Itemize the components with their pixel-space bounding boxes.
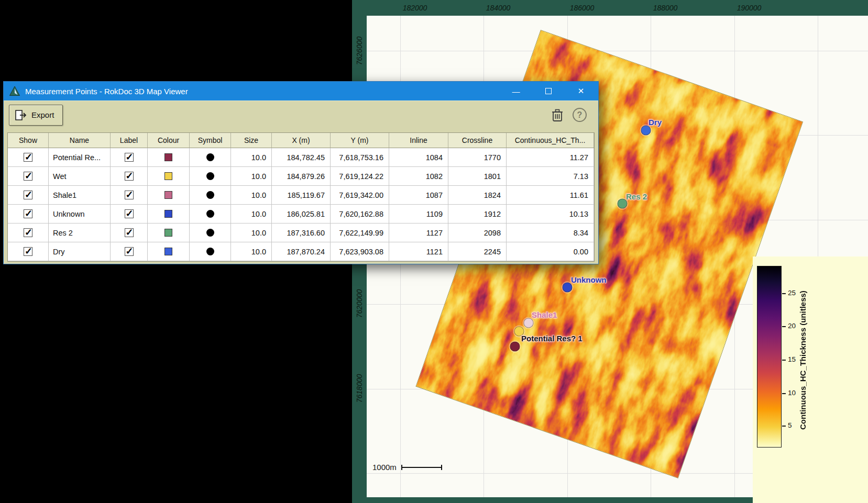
table-cell-y[interactable]: 7,622,149.99	[331, 223, 389, 242]
table-cell-hc-thickness[interactable]: 10.13	[507, 205, 594, 223]
colour-swatch[interactable]	[164, 229, 172, 237]
column-header-x: X (m)	[272, 133, 331, 148]
table-cell-y[interactable]: 7,618,753.16	[331, 148, 389, 167]
map-marker-dry[interactable]	[641, 126, 651, 136]
table-cell-inline[interactable]: 1087	[389, 186, 448, 205]
table-cell-colour	[148, 223, 190, 242]
table-cell-name[interactable]: Res 2	[49, 223, 111, 242]
delete-button[interactable]	[551, 108, 564, 122]
help-button[interactable]: ?	[573, 108, 587, 122]
label-checkbox[interactable]	[125, 172, 134, 181]
table-cell-symbol	[190, 205, 231, 223]
show-checkbox[interactable]	[24, 247, 32, 256]
table-cell-hc-thickness[interactable]: 11.27	[507, 148, 594, 167]
maximize-button[interactable]	[532, 82, 565, 100]
table-cell-size[interactable]: 10.0	[231, 186, 272, 205]
symbol-dot[interactable]	[206, 172, 214, 180]
table-cell-x[interactable]: 185,119.67	[272, 186, 331, 205]
table-cell-name[interactable]: Wet	[49, 167, 111, 186]
table-cell-size[interactable]: 10.0	[231, 167, 272, 186]
colorbar-tick	[782, 326, 786, 327]
table-cell-crossline[interactable]: 1824	[448, 186, 507, 205]
table-cell-crossline[interactable]: 2245	[448, 242, 507, 261]
symbol-dot[interactable]	[206, 153, 214, 161]
colour-swatch[interactable]	[164, 248, 172, 255]
label-checkbox[interactable]	[125, 247, 134, 256]
label-checkbox[interactable]	[125, 228, 134, 237]
table-cell-x[interactable]: 184,782.45	[272, 148, 331, 167]
minimize-button[interactable]: —	[500, 82, 532, 100]
show-checkbox[interactable]	[24, 191, 32, 199]
table-cell-y[interactable]: 7,623,903.08	[331, 242, 389, 261]
label-checkbox[interactable]	[125, 191, 134, 199]
export-button[interactable]: Export	[9, 105, 63, 126]
column-header-symbol: Symbol	[190, 133, 231, 148]
colorbar-tick	[782, 360, 786, 361]
map-marker-potential-res[interactable]	[510, 342, 520, 352]
table-cell-name[interactable]: Unknown	[49, 205, 111, 223]
map-marker-label: Potential Res? 1	[521, 334, 583, 343]
table-cell-show	[8, 242, 49, 261]
table-cell-x[interactable]: 187,870.24	[272, 242, 331, 261]
y-axis-label: 7620000	[355, 289, 364, 318]
table-cell-y[interactable]: 7,619,342.00	[331, 186, 389, 205]
label-checkbox[interactable]	[125, 209, 134, 218]
map-marker-label: Unknown	[571, 275, 607, 284]
table-cell-inline[interactable]: 1121	[389, 242, 448, 261]
close-button[interactable]: ✕	[565, 82, 597, 100]
map-marker-label: Res 2	[626, 192, 647, 201]
map-scale-bar: 1000m	[372, 463, 442, 472]
table-cell-inline[interactable]: 1084	[389, 148, 448, 167]
table-cell-y[interactable]: 7,619,124.22	[331, 167, 389, 186]
table-cell-size[interactable]: 10.0	[231, 148, 272, 167]
column-header-hc-thickness: Continuous_HC_Th...	[507, 133, 594, 148]
symbol-dot[interactable]	[206, 248, 214, 255]
x-axis-label: 190000	[737, 4, 762, 12]
table-cell-hc-thickness[interactable]: 8.34	[507, 223, 594, 242]
table-cell-crossline[interactable]: 2098	[448, 223, 507, 242]
table-cell-name[interactable]: Shale1	[49, 186, 111, 205]
symbol-dot[interactable]	[206, 229, 214, 237]
table-cell-inline[interactable]: 1127	[389, 223, 448, 242]
measurement-points-dialog: Measurement Points - RokDoc 3D Map Viewe…	[3, 81, 599, 264]
table-cell-size[interactable]: 10.0	[231, 205, 272, 223]
label-checkbox[interactable]	[125, 153, 134, 162]
table-cell-inline[interactable]: 1082	[389, 167, 448, 186]
table-cell-show	[8, 186, 49, 205]
export-button-label: Export	[31, 110, 54, 119]
table-cell-hc-thickness[interactable]: 11.61	[507, 186, 594, 205]
colorbar-tick-label: 15	[788, 355, 796, 363]
colour-swatch[interactable]	[164, 210, 172, 218]
table-cell-name[interactable]: Potential Re...	[49, 148, 111, 167]
table-cell-hc-thickness[interactable]: 7.13	[507, 167, 594, 186]
colour-swatch[interactable]	[164, 191, 172, 199]
show-checkbox[interactable]	[24, 228, 32, 237]
colour-swatch[interactable]	[164, 172, 172, 180]
scale-label: 1000m	[372, 463, 397, 472]
table-cell-inline[interactable]: 1109	[389, 205, 448, 223]
table-cell-label	[111, 242, 148, 261]
table-cell-symbol	[190, 148, 231, 167]
show-checkbox[interactable]	[24, 172, 32, 181]
table-cell-size[interactable]: 10.0	[231, 223, 272, 242]
table-cell-crossline[interactable]: 1770	[448, 148, 507, 167]
table-cell-x[interactable]: 186,025.81	[272, 205, 331, 223]
table-cell-crossline[interactable]: 1912	[448, 205, 507, 223]
table-cell-y[interactable]: 7,620,162.88	[331, 205, 389, 223]
symbol-dot[interactable]	[206, 191, 214, 199]
show-checkbox[interactable]	[24, 209, 32, 218]
table-cell-symbol	[190, 186, 231, 205]
table-cell-colour	[148, 148, 190, 167]
show-checkbox[interactable]	[24, 153, 32, 162]
dialog-titlebar[interactable]: Measurement Points - RokDoc 3D Map Viewe…	[4, 82, 598, 100]
table-cell-crossline[interactable]: 1801	[448, 167, 507, 186]
table-cell-hc-thickness[interactable]: 0.00	[507, 242, 594, 261]
table-cell-show	[8, 205, 49, 223]
symbol-dot[interactable]	[206, 210, 214, 218]
table-cell-name[interactable]: Dry	[49, 242, 111, 261]
map-marker-shale1[interactable]	[524, 318, 534, 328]
table-cell-size[interactable]: 10.0	[231, 242, 272, 261]
colour-swatch[interactable]	[164, 153, 172, 161]
table-cell-x[interactable]: 187,316.60	[272, 223, 331, 242]
table-cell-x[interactable]: 184,879.26	[272, 167, 331, 186]
